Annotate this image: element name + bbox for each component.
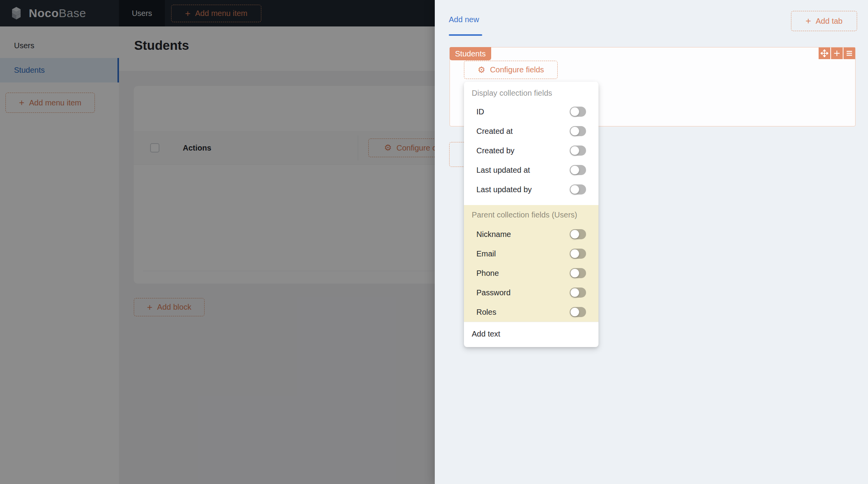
- field-row-created-by[interactable]: Created by: [464, 141, 598, 160]
- parent-collection-fields-section: Parent collection fields (Users) Nicknam…: [464, 205, 598, 322]
- add-text-menu-item[interactable]: Add text: [464, 322, 598, 345]
- switch-knob: [570, 288, 579, 297]
- switch-knob: [570, 230, 579, 238]
- switch-knob: [570, 107, 579, 116]
- toggle-switch[interactable]: [570, 184, 586, 195]
- drawer-mask[interactable]: [0, 0, 435, 484]
- toggle-switch[interactable]: [570, 288, 586, 298]
- drag-move-icon[interactable]: [819, 47, 830, 59]
- tab-active-underline: [449, 34, 482, 36]
- toggle-switch[interactable]: [570, 165, 586, 175]
- plus-icon: +: [806, 16, 811, 26]
- config-drawer: Add new + Add tab Students: [435, 0, 868, 484]
- block-tag-label: Students: [455, 49, 486, 58]
- field-label: Roles: [476, 308, 496, 317]
- toggle-switch[interactable]: [570, 146, 586, 156]
- field-row-created-at[interactable]: Created at: [464, 121, 598, 141]
- block-collection-tag: Students: [450, 47, 491, 60]
- field-row-nickname[interactable]: Nickname: [464, 224, 598, 244]
- field-row-roles[interactable]: Roles: [464, 302, 598, 322]
- toggle-switch[interactable]: [570, 126, 586, 136]
- switch-knob: [570, 308, 579, 316]
- field-label: Email: [476, 249, 496, 258]
- configure-fields-label: Configure fields: [490, 65, 544, 74]
- app-root: NocoBase Users + Add menu item Users Stu…: [0, 0, 868, 484]
- add-text-label: Add text: [472, 330, 500, 338]
- field-label: Last updated by: [476, 185, 532, 194]
- plus-icon[interactable]: [831, 47, 843, 59]
- toggle-switch[interactable]: [570, 249, 586, 259]
- menu-icon[interactable]: [844, 47, 855, 59]
- toggle-switch[interactable]: [570, 107, 586, 117]
- add-tab-label: Add tab: [816, 17, 843, 26]
- field-row-last-updated-by[interactable]: Last updated by: [464, 180, 598, 199]
- field-row-phone[interactable]: Phone: [464, 263, 598, 283]
- field-label: Nickname: [476, 230, 511, 239]
- field-row-last-updated-at[interactable]: Last updated at: [464, 160, 598, 180]
- gear-icon: ⚙: [478, 66, 485, 74]
- field-label: Phone: [476, 269, 499, 278]
- tab-add-new[interactable]: Add new: [449, 12, 479, 27]
- field-label: Created by: [476, 146, 514, 155]
- tab-add-new-label: Add new: [449, 15, 479, 24]
- field-row-id[interactable]: ID: [464, 102, 598, 121]
- switch-knob: [570, 127, 579, 135]
- configure-fields-button[interactable]: ⚙ Configure fields: [464, 61, 558, 79]
- configure-fields-dropdown: Display collection fields ID Created at …: [464, 82, 598, 347]
- block-toolbar: [819, 47, 855, 59]
- switch-knob: [570, 249, 579, 258]
- toggle-switch[interactable]: [570, 268, 586, 278]
- add-tab-button[interactable]: + Add tab: [791, 11, 857, 31]
- toggle-switch[interactable]: [570, 307, 586, 317]
- toggle-switch[interactable]: [570, 229, 586, 239]
- field-label: ID: [476, 107, 484, 116]
- switch-knob: [570, 146, 579, 155]
- field-label: Last updated at: [476, 166, 530, 175]
- section-header: Display collection fields: [464, 84, 598, 102]
- field-row-email[interactable]: Email: [464, 244, 598, 263]
- field-label: Password: [476, 288, 511, 297]
- switch-knob: [570, 185, 579, 194]
- switch-knob: [570, 269, 579, 277]
- display-collection-fields-section: Display collection fields ID Created at …: [464, 82, 598, 199]
- switch-knob: [570, 166, 579, 174]
- field-row-password[interactable]: Password: [464, 283, 598, 302]
- field-label: Created at: [476, 127, 513, 136]
- section-header: Parent collection fields (Users): [464, 205, 598, 224]
